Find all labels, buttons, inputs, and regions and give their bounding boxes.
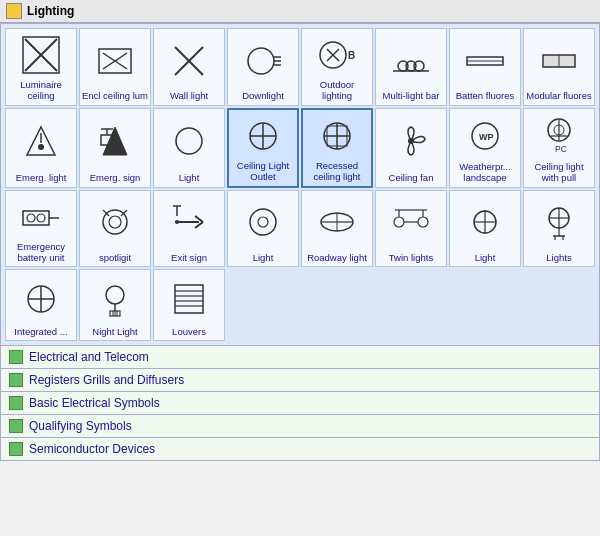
icon-cell-integrated[interactable]: Integrated ... bbox=[5, 269, 77, 341]
recessed-label: Recessed ceiling light bbox=[305, 160, 369, 183]
light2-label: Light bbox=[253, 252, 274, 263]
encl-label: Encl ceiling lum bbox=[82, 90, 148, 101]
icon-cell-wall[interactable]: Wall light bbox=[153, 28, 225, 106]
icon-cell-luminaire[interactable]: Luminaire ceiling bbox=[5, 28, 77, 106]
cat-label-registers: Registers Grills and Diffusers bbox=[29, 373, 184, 387]
icon-cell-roadway[interactable]: Roadway light bbox=[301, 190, 373, 268]
emerg-sign-label: Emerg. sign bbox=[90, 172, 141, 183]
cat-label-semiconductor: Semiconductor Devices bbox=[29, 442, 155, 456]
ceiling-fan-label: Ceiling fan bbox=[389, 172, 434, 183]
icon-cell-encl[interactable]: Encl ceiling lum bbox=[79, 28, 151, 106]
roadway-icon bbox=[304, 195, 370, 250]
svg-text:B: B bbox=[348, 50, 355, 61]
multilight-label: Multi-light bar bbox=[382, 90, 439, 101]
panel-header: Lighting bbox=[0, 0, 600, 23]
integrated-label: Integrated ... bbox=[14, 326, 67, 337]
night-label: Night Light bbox=[92, 326, 137, 337]
category-electrical[interactable]: Electrical and Telecom bbox=[0, 346, 600, 369]
icon-cell-emerg-battery[interactable]: Emergency battery unit bbox=[5, 190, 77, 268]
night-icon bbox=[82, 274, 148, 324]
panel: Lighting Luminaire ceiling bbox=[0, 0, 600, 461]
downlight-icon bbox=[230, 33, 296, 88]
emerg-sign-icon bbox=[82, 113, 148, 170]
icon-cell-emerg-light[interactable]: Emerg. light bbox=[5, 108, 77, 188]
icon-cell-twin[interactable]: Twin lights bbox=[375, 190, 447, 268]
icon-cell-exit[interactable]: Exit sign bbox=[153, 190, 225, 268]
outdoor-icon: B bbox=[304, 33, 370, 77]
twin-label: Twin lights bbox=[389, 252, 433, 263]
icon-cell-recessed[interactable]: Recessed ceiling light bbox=[301, 108, 373, 188]
batten-label: Batten fluores bbox=[456, 90, 515, 101]
emerg-light-icon bbox=[8, 113, 74, 170]
light2-icon bbox=[230, 195, 296, 250]
cat-icon-electrical bbox=[9, 350, 23, 364]
icon-cell-downlight[interactable]: Downlight bbox=[227, 28, 299, 106]
category-qualifying[interactable]: Qualifying Symbols bbox=[0, 415, 600, 438]
svg-point-49 bbox=[37, 214, 45, 222]
icon-cell-modular[interactable]: Modular fluores bbox=[523, 28, 595, 106]
ceiling-fan-icon bbox=[378, 113, 444, 170]
encl-icon bbox=[82, 33, 148, 88]
icon-cell-ceiling-pull[interactable]: PC Ceiling light with pull bbox=[523, 108, 595, 188]
icon-cell-multilight[interactable]: Multi-light bar bbox=[375, 28, 447, 106]
icon-cell-lights[interactable]: Lights bbox=[523, 190, 595, 268]
icon-cell-outdoor[interactable]: B Outdoor lighting bbox=[301, 28, 373, 106]
wall-icon bbox=[156, 33, 222, 88]
exit-icon bbox=[156, 195, 222, 250]
louvers-label: Louvers bbox=[172, 326, 206, 337]
svg-point-67 bbox=[418, 217, 428, 227]
svg-rect-91 bbox=[175, 285, 203, 313]
twin-icon bbox=[378, 195, 444, 250]
modular-icon bbox=[526, 33, 592, 88]
louvers-icon bbox=[156, 274, 222, 324]
outdoor-label: Outdoor lighting bbox=[304, 79, 370, 102]
svg-point-62 bbox=[258, 217, 268, 227]
spotlight-icon bbox=[82, 195, 148, 250]
svg-point-48 bbox=[27, 214, 35, 222]
weatherproof-icon: WP bbox=[452, 113, 518, 159]
exit-label: Exit sign bbox=[171, 252, 207, 263]
svg-point-61 bbox=[250, 209, 276, 235]
emerg-battery-icon bbox=[8, 195, 74, 239]
luminaire-icon bbox=[8, 33, 74, 77]
svg-point-8 bbox=[248, 48, 274, 74]
icon-cell-ceiling-fan[interactable]: Ceiling fan bbox=[375, 108, 447, 188]
svg-point-85 bbox=[106, 286, 124, 304]
integrated-icon bbox=[8, 274, 74, 324]
icon-cell-light3[interactable]: Light bbox=[449, 190, 521, 268]
icon-cell-night[interactable]: Night Light bbox=[79, 269, 151, 341]
batten-icon bbox=[452, 33, 518, 88]
cat-icon-qualifying bbox=[9, 419, 23, 433]
icon-cell-emerg-sign[interactable]: Emerg. sign bbox=[79, 108, 151, 188]
icon-cell-louvers[interactable]: Louvers bbox=[153, 269, 225, 341]
light1-label: Light bbox=[179, 172, 200, 183]
recessed-icon bbox=[305, 114, 369, 158]
spotlight-label: spotligit bbox=[99, 252, 131, 263]
icon-cell-spotlight[interactable]: spotligit bbox=[79, 190, 151, 268]
cat-icon-registers bbox=[9, 373, 23, 387]
icon-cell-light2[interactable]: Light bbox=[227, 190, 299, 268]
cat-icon-basic bbox=[9, 396, 23, 410]
emerg-battery-label: Emergency battery unit bbox=[8, 241, 74, 264]
ceiling-outlet-label: Ceiling Light Outlet bbox=[231, 160, 295, 183]
category-semiconductor[interactable]: Semiconductor Devices bbox=[0, 438, 600, 461]
modular-label: Modular fluores bbox=[526, 90, 591, 101]
category-basic[interactable]: Basic Electrical Symbols bbox=[0, 392, 600, 415]
cat-label-qualifying: Qualifying Symbols bbox=[29, 419, 132, 433]
icon-cell-batten[interactable]: Batten fluores bbox=[449, 28, 521, 106]
luminaire-label: Luminaire ceiling bbox=[8, 79, 74, 102]
light3-icon bbox=[452, 195, 518, 250]
light1-icon bbox=[156, 113, 222, 170]
wall-label: Wall light bbox=[170, 90, 208, 101]
svg-point-31 bbox=[176, 128, 202, 154]
svg-text:PC: PC bbox=[555, 144, 567, 154]
icon-cell-ceiling-outlet[interactable]: Ceiling Light Outlet bbox=[227, 108, 299, 188]
lighting-section: Luminaire ceiling Encl ceiling lum bbox=[0, 23, 600, 346]
multilight-icon bbox=[378, 33, 444, 88]
svg-point-52 bbox=[109, 216, 121, 228]
weatherproof-label: Weatherpr... landscape bbox=[452, 161, 518, 184]
category-registers[interactable]: Registers Grills and Diffusers bbox=[0, 369, 600, 392]
downlight-label: Downlight bbox=[242, 90, 284, 101]
icon-cell-light1[interactable]: Light bbox=[153, 108, 225, 188]
icon-cell-weatherproof[interactable]: WP Weatherpr... landscape bbox=[449, 108, 521, 188]
